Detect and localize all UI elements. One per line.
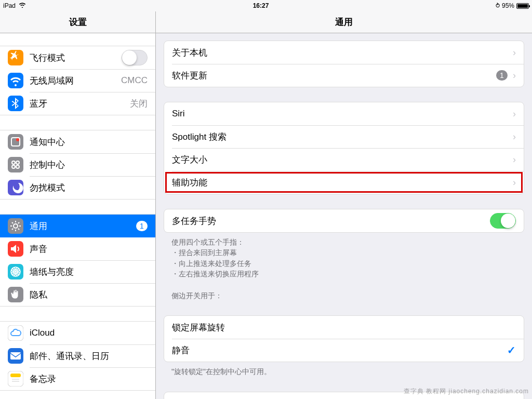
wifi-status-icon (19, 2, 26, 9)
airplane-switch[interactable] (122, 50, 148, 65)
orientation-lock-icon: ⥁ (496, 2, 500, 9)
side-switch-header: 侧边开关用于： (164, 279, 524, 301)
icloud-label: iCloud (30, 328, 148, 338)
general-title: 通用 (335, 16, 353, 28)
chevron-right-icon: › (513, 154, 516, 165)
settings-group: 用量› (164, 392, 524, 399)
svg-rect-6 (8, 157, 23, 172)
bluetooth-value: 关闭 (130, 98, 148, 110)
row-multitask[interactable]: 多任务手势 (164, 209, 524, 232)
row-software-update[interactable]: 软件更新1› (164, 64, 524, 87)
sidebar-item-sounds[interactable]: 声音 (0, 237, 155, 260)
spotlight-label: Spotlight 搜索 (172, 131, 509, 143)
clock: 16:27 (253, 2, 269, 9)
settings-title: 设置 (69, 16, 87, 28)
general-icon (8, 218, 23, 234)
wifi-icon (8, 73, 23, 88)
battery-percent: 95% (502, 2, 514, 9)
chevron-right-icon: › (513, 131, 516, 142)
multitask-label: 多任务手势 (172, 215, 490, 227)
settings-group: 多任务手势 (164, 209, 524, 233)
svg-rect-12 (8, 218, 23, 234)
privacy-icon (8, 287, 23, 302)
row-accessibility[interactable]: 辅助功能› (164, 171, 524, 194)
general-badge: 1 (136, 221, 148, 231)
row-lock-rotation[interactable]: 锁定屏幕旋转 (164, 316, 524, 339)
header-bar: 设置 通用 (0, 11, 532, 33)
settings-group: Siri›Spotlight 搜索›文字大小›辅助功能› (164, 102, 524, 194)
sidebar-item-bluetooth[interactable]: 蓝牙关闭 (0, 92, 155, 115)
notes-icon (8, 371, 23, 387)
bluetooth-icon (8, 96, 23, 111)
side-switch-caption: "旋转锁定"在控制中心中可用。 (164, 362, 524, 377)
notes-label: 备忘录 (30, 373, 148, 385)
wallpaper-icon (8, 264, 23, 280)
wifi-label: 无线局域网 (30, 75, 121, 87)
sidebar-item-general[interactable]: 通用1 (0, 215, 155, 237)
svg-rect-35 (10, 352, 21, 360)
sounds-icon (8, 241, 23, 257)
row-siri[interactable]: Siri› (164, 102, 524, 125)
row-text-size[interactable]: 文字大小› (164, 148, 524, 171)
svg-point-5 (16, 138, 19, 141)
sounds-label: 声音 (30, 243, 148, 255)
multitask-caption: 使用四个或五个手指：・捏合来回到主屏幕・向上推送来处理多任务・左右推送来切换应用… (164, 233, 524, 279)
lock-rotation-label: 锁定屏幕旋转 (172, 322, 516, 334)
general-detail-pane: 关于本机›软件更新1›Siri›Spotlight 搜索›文字大小›辅助功能›多… (156, 33, 532, 399)
mail-label: 邮件、通讯录、日历 (30, 350, 148, 362)
sidebar-item-wallpaper[interactable]: 墙纸与亮度 (0, 260, 155, 283)
wifi-value: CMCC (121, 75, 148, 86)
general-label: 通用 (30, 220, 136, 232)
row-mute[interactable]: 静音✓ (164, 339, 524, 362)
icloud-icon (8, 325, 23, 341)
siri-label: Siri (172, 109, 509, 119)
about-label: 关于本机 (172, 47, 509, 59)
control-center-label: 控制中心 (30, 159, 148, 171)
svg-rect-3 (8, 134, 23, 150)
svg-point-25 (15, 271, 17, 273)
checkmark-icon: ✓ (507, 344, 516, 356)
chevron-right-icon: › (513, 70, 516, 81)
chevron-right-icon: › (513, 47, 516, 58)
notifications-icon (8, 134, 23, 150)
airplane-icon (8, 50, 23, 65)
airplane-label: 飞行模式 (30, 52, 122, 64)
row-usage[interactable]: 用量› (164, 392, 524, 399)
control-center-icon (8, 157, 23, 172)
wallpaper-label: 墙纸与亮度 (30, 266, 148, 278)
dnd-label: 勿扰模式 (30, 182, 148, 194)
row-about[interactable]: 关于本机› (164, 41, 524, 64)
chevron-right-icon: › (513, 177, 516, 188)
sidebar-item-icloud[interactable]: iCloud (0, 322, 155, 344)
sidebar-item-dnd[interactable]: 勿扰模式 (0, 176, 155, 199)
row-spotlight[interactable]: Spotlight 搜索› (164, 125, 524, 148)
text-size-label: 文字大小 (172, 154, 509, 166)
sidebar-item-notifications[interactable]: 通知中心 (0, 130, 155, 153)
privacy-label: 隐私 (30, 289, 148, 301)
sidebar-item-airplane[interactable]: 飞行模式 (0, 46, 155, 69)
dnd-icon (8, 180, 23, 195)
status-bar: iPad 16:27 ⥁ 95% (0, 0, 532, 11)
sidebar-item-control-center[interactable]: 控制中心 (0, 153, 155, 176)
sidebar-item-privacy[interactable]: 隐私 (0, 283, 155, 306)
notifications-label: 通知中心 (30, 136, 148, 148)
settings-sidebar: 飞行模式无线局域网CMCC蓝牙关闭通知中心控制中心勿扰模式通用1声音墙纸与亮度隐… (0, 33, 156, 399)
mute-label: 静音 (172, 344, 507, 356)
multitask-switch[interactable] (490, 213, 516, 229)
chevron-right-icon: › (513, 109, 516, 119)
mail-icon (8, 348, 23, 364)
software-update-label: 软件更新 (172, 70, 496, 82)
sidebar-item-notes[interactable]: 备忘录 (0, 367, 155, 390)
svg-rect-38 (10, 374, 21, 377)
settings-group: 关于本机›软件更新1› (164, 41, 524, 87)
accessibility-label: 辅助功能 (172, 177, 509, 189)
software-update-badge: 1 (496, 70, 508, 81)
sidebar-item-mail[interactable]: 邮件、通讯录、日历 (0, 344, 155, 367)
sidebar-item-wifi[interactable]: 无线局域网CMCC (0, 69, 155, 92)
battery-icon (516, 3, 529, 9)
bluetooth-label: 蓝牙 (30, 98, 130, 110)
device-label: iPad (3, 2, 16, 9)
settings-group: 锁定屏幕旋转静音✓ (164, 315, 524, 362)
